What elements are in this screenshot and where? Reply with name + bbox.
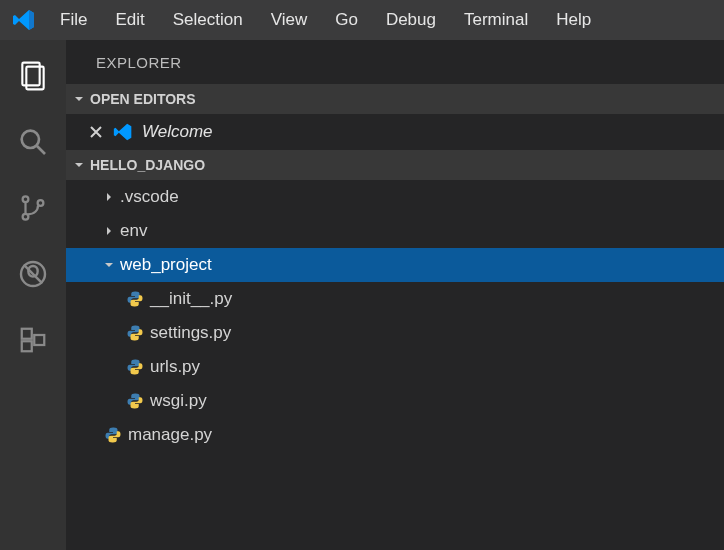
python-file-icon	[126, 392, 144, 410]
menu-item-terminal[interactable]: Terminal	[450, 0, 542, 40]
tree-row-label: settings.py	[150, 323, 231, 343]
menu-item-debug[interactable]: Debug	[372, 0, 450, 40]
vscode-logo-icon	[12, 8, 36, 32]
tree-file[interactable]: wsgi.py	[66, 384, 724, 418]
activity-search-icon[interactable]	[11, 120, 55, 164]
tree-row-label: web_project	[120, 255, 212, 275]
tree-folder[interactable]: web_project	[66, 248, 724, 282]
python-file-icon	[126, 358, 144, 376]
svg-point-4	[23, 196, 29, 202]
svg-rect-9	[22, 341, 32, 351]
tree-file[interactable]: __init__.py	[66, 282, 724, 316]
activity-bar	[0, 40, 66, 550]
menu-bar: FileEditSelectionViewGoDebugTerminalHelp	[0, 0, 724, 40]
menu-item-edit[interactable]: Edit	[101, 0, 158, 40]
tree-folder[interactable]: env	[66, 214, 724, 248]
menu-item-go[interactable]: Go	[321, 0, 372, 40]
chevron-right-icon	[104, 192, 114, 202]
svg-point-2	[22, 131, 39, 148]
open-editor-item[interactable]: Welcome	[66, 114, 724, 150]
file-tree: .vscodeenvweb_project__init__.pysettings…	[66, 180, 724, 452]
menu-item-help[interactable]: Help	[542, 0, 605, 40]
svg-point-6	[38, 200, 44, 206]
menu-item-selection[interactable]: Selection	[159, 0, 257, 40]
explorer-title: EXPLORER	[66, 40, 724, 84]
tree-file[interactable]: manage.py	[66, 418, 724, 452]
tree-row-label: wsgi.py	[150, 391, 207, 411]
tree-row-label: urls.py	[150, 357, 200, 377]
chevron-down-icon	[74, 160, 84, 170]
tree-row-label: manage.py	[128, 425, 212, 445]
open-editors-header[interactable]: OPEN EDITORS	[66, 84, 724, 114]
activity-explorer-icon[interactable]	[11, 54, 55, 98]
activity-extensions-icon[interactable]	[11, 318, 55, 362]
chevron-down-icon	[74, 94, 84, 104]
chevron-right-icon	[104, 226, 114, 236]
project-header[interactable]: HELLO_DJANGO	[66, 150, 724, 180]
tree-folder[interactable]: .vscode	[66, 180, 724, 214]
vscode-file-icon	[112, 121, 134, 143]
menu-item-file[interactable]: File	[46, 0, 101, 40]
python-file-icon	[126, 290, 144, 308]
activity-scm-icon[interactable]	[11, 186, 55, 230]
svg-rect-8	[22, 329, 32, 339]
close-icon[interactable]	[88, 124, 104, 140]
tree-row-label: __init__.py	[150, 289, 232, 309]
activity-debug-icon[interactable]	[11, 252, 55, 296]
menu-item-view[interactable]: View	[257, 0, 322, 40]
svg-line-3	[37, 146, 45, 154]
open-editors-label: OPEN EDITORS	[90, 91, 196, 107]
python-file-icon	[104, 426, 122, 444]
project-header-label: HELLO_DJANGO	[90, 157, 205, 173]
open-editor-filename: Welcome	[142, 122, 213, 142]
svg-rect-10	[34, 335, 44, 345]
tree-file[interactable]: settings.py	[66, 316, 724, 350]
python-file-icon	[126, 324, 144, 342]
tree-file[interactable]: urls.py	[66, 350, 724, 384]
svg-point-5	[23, 214, 29, 220]
tree-row-label: .vscode	[120, 187, 179, 207]
explorer-sidebar: EXPLORER OPEN EDITORS Welcome HELLO_DJAN…	[66, 40, 724, 550]
chevron-down-icon	[104, 260, 114, 270]
tree-row-label: env	[120, 221, 147, 241]
